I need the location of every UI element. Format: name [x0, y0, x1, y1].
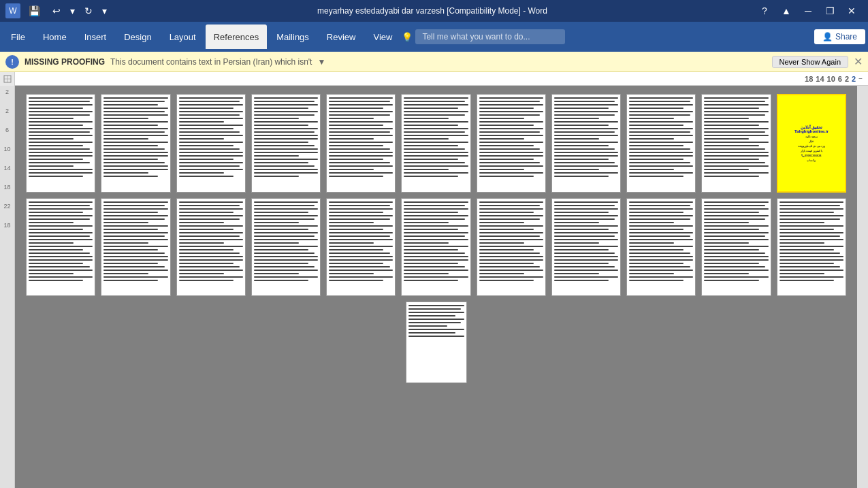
- close-button[interactable]: ✕: [841, 1, 863, 20]
- page-content-10: [704, 97, 768, 190]
- tab-design[interactable]: Design: [116, 25, 159, 49]
- ribbon: File Home Insert Design Layout Reference…: [0, 22, 868, 52]
- page-thumb-12[interactable]: [26, 198, 95, 297]
- ad-content: تحقیق آنلاینTahghighonline.ir مرجع دانلو…: [780, 97, 843, 189]
- ruler-mark-14: 14: [3, 165, 10, 172]
- ruler-mark-6: 6: [5, 127, 9, 133]
- page-thumb-1[interactable]: [26, 94, 95, 193]
- ruler-corner-button[interactable]: [0, 72, 14, 86]
- proofing-bar: ! MISSING PROOFING This document contain…: [0, 52, 868, 72]
- page-thumb-14[interactable]: [176, 198, 246, 297]
- page-thumb-4[interactable]: [251, 94, 321, 193]
- pages-row-1: تحقیق آنلاینTahghighonline.ir مرجع دانلو…: [26, 94, 846, 193]
- document-title: meyarhay estedadyabi dar varzesh [Compat…: [111, 6, 754, 16]
- tab-layout[interactable]: Layout: [161, 25, 204, 49]
- page-thumb-2[interactable]: [101, 94, 170, 193]
- tab-mailings[interactable]: Mailings: [268, 25, 317, 49]
- page-thumb-21[interactable]: [701, 198, 771, 297]
- window-controls: ? ▲ ─ ❐ ✕: [754, 1, 863, 20]
- page-content-2: [103, 97, 167, 190]
- page-thumb-18[interactable]: [477, 198, 546, 297]
- zoom-14: 14: [816, 75, 824, 83]
- share-button[interactable]: 👤 Share: [814, 29, 865, 44]
- word-icon: W: [5, 3, 20, 18]
- page-thumb-9[interactable]: [626, 94, 696, 193]
- page-content-12: [29, 201, 93, 294]
- right-scrollbar[interactable]: [857, 86, 868, 488]
- page-thumb-17[interactable]: [401, 198, 470, 297]
- zoom-out-button[interactable]: −: [858, 75, 863, 82]
- page-content-13: [103, 201, 167, 294]
- page-content-7: [479, 97, 543, 190]
- never-show-again-button[interactable]: Never Show Again: [772, 56, 849, 68]
- page-content-3: [179, 97, 243, 190]
- page-thumb-20[interactable]: [626, 198, 696, 297]
- tab-review[interactable]: Review: [319, 25, 364, 49]
- page-content-16: [329, 201, 393, 294]
- ribbon-toggle[interactable]: ▲: [775, 1, 797, 20]
- ad-subtitle-1: مرجع دانلود: [805, 135, 818, 138]
- page-content-19: [554, 201, 618, 294]
- tab-view[interactable]: View: [365, 25, 400, 49]
- ruler-mark-2b: 2: [5, 108, 9, 114]
- page-content-17: [404, 201, 468, 294]
- save-button[interactable]: 💾: [25, 4, 44, 18]
- page-content-23: [408, 304, 464, 380]
- undo-group: ↩ ▾ ↻ ▾: [48, 4, 111, 18]
- redo-button[interactable]: ↻: [80, 4, 97, 18]
- zoom-6: 6: [838, 75, 842, 83]
- ruler-mark-2: 2: [5, 88, 9, 95]
- page-thumb-16[interactable]: [326, 198, 396, 297]
- page-thumb-8[interactable]: [551, 94, 621, 193]
- minimize-button[interactable]: ─: [797, 1, 819, 20]
- tab-home[interactable]: Home: [35, 25, 75, 49]
- tell-me-area: 💡: [402, 29, 813, 44]
- page-content-18: [479, 201, 543, 294]
- page-thumb-5[interactable]: [326, 94, 396, 193]
- restore-button[interactable]: ❐: [819, 1, 841, 20]
- tab-references[interactable]: References: [206, 25, 267, 49]
- tell-me-input[interactable]: [415, 29, 565, 44]
- ad-subtitle-3: ورد-پی دی اف-پاورپوینت: [798, 144, 825, 148]
- tab-file[interactable]: File: [3, 25, 33, 49]
- vertical-ruler: 2 2 6 10 14 18 22 18: [0, 86, 15, 488]
- ruler-mark-22: 22: [3, 203, 10, 210]
- quick-access-dropdown[interactable]: ▾: [98, 4, 111, 18]
- page-thumb-23[interactable]: [406, 302, 467, 383]
- proofing-description: This document contains text in Persian (…: [110, 57, 312, 67]
- zoom-2a: 2: [845, 75, 849, 83]
- proofing-ellipsis: ▼: [317, 57, 325, 67]
- proofing-title: MISSING PROOFING: [25, 57, 105, 67]
- zoom-10: 10: [827, 75, 835, 83]
- proofing-icon: !: [5, 55, 19, 69]
- help-button[interactable]: ?: [754, 1, 775, 20]
- page-thumb-10[interactable]: [701, 94, 771, 193]
- zoom-2b: 2: [852, 75, 856, 83]
- page-thumb-13[interactable]: [101, 198, 170, 297]
- ad-subtitle-4: با کمترین قیمت بازار: [801, 149, 822, 152]
- undo-button[interactable]: ↩: [48, 4, 65, 18]
- ad-title: تحقیق آنلاینTahghighonline.ir: [794, 125, 829, 133]
- undo-dropdown[interactable]: ▾: [66, 4, 79, 18]
- page-thumb-15[interactable]: [251, 198, 321, 297]
- tab-insert[interactable]: Insert: [76, 25, 115, 49]
- page-thumb-19[interactable]: [551, 198, 621, 297]
- page-content-22: [779, 201, 843, 294]
- ad-subtitle-2: فایل: [809, 140, 814, 143]
- bottom-page-row: [26, 302, 846, 383]
- page-content-15: [254, 201, 318, 294]
- title-bar: W 💾 ↩ ▾ ↻ ▾ meyarhay estedadyabi dar var…: [0, 0, 868, 22]
- page-thumb-22[interactable]: [777, 198, 846, 297]
- share-icon: 👤: [822, 32, 833, 42]
- page-thumb-ad[interactable]: تحقیق آنلاینTahghighonline.ir مرجع دانلو…: [777, 94, 846, 193]
- page-thumb-6[interactable]: [401, 94, 470, 193]
- page-thumb-7[interactable]: [477, 94, 546, 193]
- page-content-6: [404, 97, 468, 190]
- page-content-20: [629, 201, 693, 294]
- proofing-close-button[interactable]: ✕: [854, 55, 863, 68]
- page-content-4: [254, 97, 318, 190]
- ad-tagline: واتساپ: [807, 159, 816, 162]
- ruler-corner: [0, 72, 15, 86]
- titlebar-left: W 💾 ↩ ▾ ↻ ▾: [5, 3, 111, 18]
- page-thumb-3[interactable]: [176, 94, 246, 193]
